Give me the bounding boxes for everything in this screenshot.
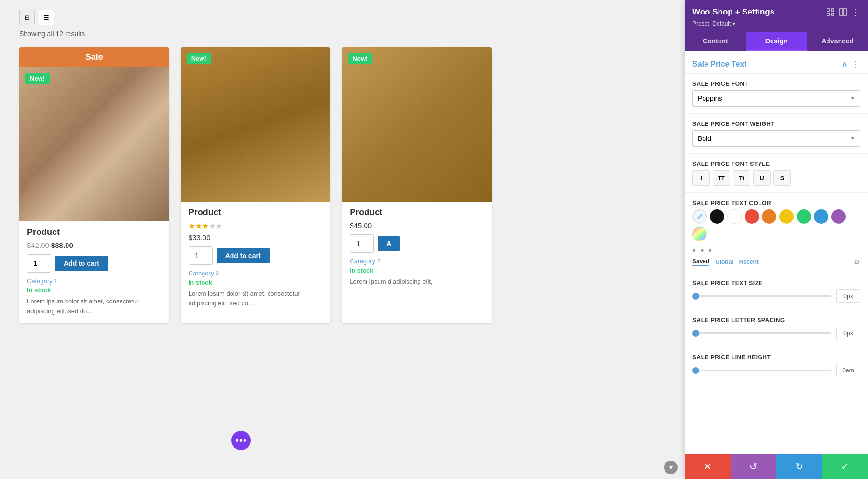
yellow-swatch[interactable] (779, 209, 794, 224)
cancel-button[interactable]: ✕ (685, 454, 731, 479)
add-to-cart-button[interactable]: Add to cart (55, 256, 108, 271)
letter-spacing-slider[interactable] (692, 332, 831, 334)
orange-swatch[interactable] (762, 209, 776, 224)
panel-header-top: Woo Shop + Settings (692, 7, 860, 17)
sale-price-line-height-field: Sale Price Line Height 0em (685, 347, 868, 384)
list-icon: ☰ (43, 14, 49, 21)
sale-price-font-select[interactable]: Poppins (692, 90, 860, 107)
confirm-button[interactable]: ✓ (822, 454, 868, 479)
sale-price-letter-spacing-label: Sale Price Letter Spacing (692, 317, 860, 324)
text-size-slider-thumb[interactable] (692, 293, 699, 300)
underline-button[interactable]: U (753, 170, 771, 186)
more-icon: ⋮ (852, 7, 860, 17)
panel-tabs: Content Design Advanced (685, 32, 868, 51)
sale-price-font-weight-select[interactable]: Bold (692, 130, 860, 147)
scroll-down-arrow[interactable]: ▾ (664, 461, 678, 474)
letter-spacing-value[interactable]: 0px (836, 327, 860, 340)
settings-panel: Woo Shop + Settings (685, 0, 868, 479)
svg-rect-1 (831, 9, 834, 11)
product-category[interactable]: Category 2 (342, 258, 492, 265)
add-to-cart-button[interactable]: A (378, 236, 400, 251)
panel-more-button[interactable]: ⋮ (852, 7, 860, 17)
quantity-input[interactable] (27, 254, 51, 273)
tab-advanced[interactable]: Advanced (807, 32, 868, 51)
sale-price-font-style-field: Sale Price Font Style I TT Tt U S (685, 154, 868, 193)
section-header: Sale Price Text ∧ ⋮ (685, 51, 868, 74)
panel-preset[interactable]: Preset: Default ▾ (692, 20, 860, 27)
panel-header: Woo Shop + Settings (685, 0, 868, 32)
redo-icon: ↻ (795, 461, 803, 472)
quantity-input[interactable] (189, 246, 213, 265)
purple-swatch[interactable] (831, 209, 846, 224)
product-image (181, 47, 331, 202)
line-height-value[interactable]: 0em (836, 364, 860, 377)
color-tab-recent[interactable]: Recent (739, 259, 759, 265)
new-badge: New! (25, 73, 50, 84)
capitalize-button[interactable]: Tt (733, 170, 750, 186)
chevron-up-icon: ∧ (841, 59, 848, 69)
italic-button[interactable]: I (692, 170, 710, 186)
panel-split-button[interactable] (839, 8, 847, 16)
eyedropper-swatch[interactable] (692, 209, 707, 224)
font-style-buttons: I TT Tt U S (692, 170, 860, 186)
product-card: New! Product ★★★★★ $33.00 Add to cart Ca… (181, 47, 331, 323)
gradient-swatch[interactable] (692, 227, 707, 241)
product-image-wrap: New! (181, 47, 331, 202)
sale-price-text-size-label: Sale Price Text Size (692, 280, 860, 287)
sale-price-font-weight-label: Sale Price Font Weight (692, 121, 860, 127)
text-size-slider[interactable] (692, 295, 831, 297)
red-swatch[interactable] (745, 209, 759, 224)
green-swatch[interactable] (797, 209, 811, 224)
product-description: Lorem ipsum d adipiscing elit, (342, 277, 492, 287)
section-more-button[interactable]: ⋮ (852, 59, 860, 69)
blue-swatch[interactable] (814, 209, 828, 224)
add-to-cart-button[interactable]: Add to cart (217, 248, 270, 263)
dots-button[interactable]: ••• (231, 431, 251, 450)
product-image (19, 67, 169, 221)
list-view-button[interactable]: ☰ (39, 10, 54, 25)
add-to-cart-row: Add to cart (27, 254, 162, 273)
line-height-slider[interactable] (692, 370, 831, 371)
panel-fullscreen-button[interactable] (827, 8, 834, 16)
text-size-value[interactable]: 0px (836, 289, 860, 303)
tab-content[interactable]: Content (685, 32, 746, 51)
section-collapse-button[interactable]: ∧ (841, 59, 848, 69)
product-body: Product ★★★★★ $33.00 (181, 202, 331, 242)
chevron-down-icon: ▾ (669, 464, 673, 471)
color-tab-saved[interactable]: Saved (692, 258, 709, 266)
letter-spacing-slider-row: 0px (692, 327, 860, 340)
product-name: Product (350, 207, 484, 218)
color-tab-global[interactable]: Global (715, 259, 733, 265)
sale-price-letter-spacing-field: Sale Price Letter Spacing 0px (685, 310, 868, 347)
uppercase-button[interactable]: TT (713, 170, 730, 186)
black-swatch[interactable] (710, 209, 724, 224)
redo-button[interactable]: ↻ (776, 454, 822, 479)
white-swatch[interactable] (727, 209, 742, 224)
letter-spacing-slider-thumb[interactable] (692, 330, 699, 337)
product-price: $42.00$38.00 (27, 241, 162, 249)
product-category[interactable]: Category 3 (181, 270, 331, 277)
view-toggle: ⊞ ☰ (19, 10, 492, 25)
sale-price: $45.00 (350, 221, 372, 230)
vertical-dots-icon: ⋮ (852, 59, 860, 69)
section-title: Sale Price Text (692, 60, 747, 68)
product-card: New! Product $45.00 A Category 2 In stoc… (342, 47, 492, 323)
line-height-slider-thumb[interactable] (692, 367, 699, 374)
color-settings-button[interactable]: ⚙ (854, 258, 860, 266)
panel-body: Sale Price Text ∧ ⋮ Sale Price Font Popp… (685, 51, 868, 479)
undo-button[interactable]: ↺ (731, 454, 776, 479)
svg-rect-2 (827, 13, 829, 15)
sale-price-line-height-label: Sale Price Line Height (692, 354, 860, 361)
quantity-input[interactable] (350, 234, 374, 253)
color-more-dots[interactable]: • • • (692, 245, 860, 256)
grid-view-button[interactable]: ⊞ (19, 10, 35, 25)
results-count: Showing all 12 results (19, 30, 492, 38)
svg-rect-5 (843, 9, 846, 15)
strikethrough-button[interactable]: S (773, 170, 791, 186)
undo-icon: ↺ (749, 461, 758, 472)
product-category[interactable]: Category 1 (19, 277, 169, 285)
add-to-cart-row: A (350, 234, 484, 253)
product-name: Product (189, 207, 323, 218)
tab-design[interactable]: Design (746, 32, 807, 51)
sale-banner: Sale (19, 47, 169, 67)
